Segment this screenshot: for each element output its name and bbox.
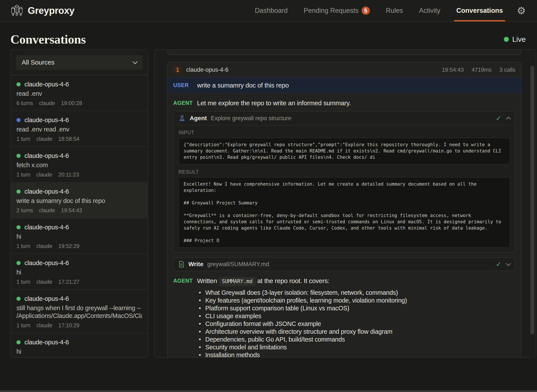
- conversation-detail-panel: 1 claude-opus-4-6 19:54:43 4719ms 3 call…: [154, 49, 536, 358]
- page-title: Conversations: [10, 32, 86, 47]
- conversation-time: 19:00:28: [61, 100, 82, 106]
- collapse-chevron-up-icon[interactable]: [506, 117, 511, 122]
- nav-tab-activity[interactable]: Activity: [419, 0, 440, 21]
- agent-summary-text: Written SUMMARY.md at the repo root. It …: [197, 277, 407, 286]
- source-filter-select[interactable]: All Sources: [16, 55, 143, 70]
- user-message-row: USER write a sumamry doc of this repo: [168, 78, 521, 93]
- conversation-time: 18:58:54: [58, 136, 79, 142]
- success-check-icon: ✓: [496, 261, 501, 268]
- conversation-source: claude: [36, 136, 52, 142]
- conversation-summary: read .env: [16, 90, 142, 98]
- summary-bullet: Dependencies, public Go API, build/test …: [197, 336, 407, 343]
- tool-result-code: Excellent! Now I have comprehensive info…: [178, 177, 510, 248]
- success-check-icon: ✓: [496, 115, 501, 122]
- conversation-model: claude-opus-4-6: [24, 81, 69, 88]
- conversation-list-item[interactable]: claude-opus-4-6 hi 1 turn claude 19:52:2…: [11, 218, 148, 254]
- settings-gear-icon[interactable]: ⚙: [517, 5, 526, 16]
- status-dot-icon: [16, 154, 21, 158]
- nav-tab-label: Conversations: [456, 7, 503, 14]
- conversation-model: claude-opus-4-6: [24, 295, 69, 302]
- nav-tab-rules[interactable]: Rules: [386, 0, 403, 21]
- agent-tool-header[interactable]: Agent Explore greywall repo structure ✓: [174, 112, 515, 125]
- nav-tab-dashboard[interactable]: Dashboard: [255, 0, 288, 21]
- source-filter-wrap: All Sources: [11, 50, 148, 75]
- greyproxy-logo-icon: [10, 4, 23, 18]
- conversation-list-item[interactable]: claude-opus-4-6 hi 1 turn claude 17:21:2…: [11, 254, 148, 289]
- summary-bullet: Security model and limitations: [197, 343, 407, 351]
- summary-bullet: Configuration format with JSONC example: [197, 320, 407, 328]
- tool-status: ✓: [496, 115, 510, 122]
- agent-summary-suffix: at the repo root. It covers:: [255, 277, 329, 284]
- conversation-model: claude-opus-4-6: [24, 224, 69, 231]
- conversation-list-item[interactable]: claude-opus-4-6 read .env read .env 1 tu…: [11, 111, 148, 146]
- conversation-summary: still hangs when I first do greywall --l…: [16, 304, 142, 320]
- status-dot-icon: [16, 340, 21, 344]
- vertical-scrollbar-thumb[interactable]: [531, 66, 534, 334]
- conversation-turns: 1 turn: [16, 243, 30, 249]
- agent-person-icon: [178, 115, 186, 122]
- nav-tab-label: Activity: [419, 7, 440, 14]
- agent-message-text: Let me explore the repo to write an info…: [197, 99, 351, 107]
- conversation-source: claude: [39, 207, 55, 214]
- source-filter-value: All Sources: [22, 59, 55, 66]
- conversation-meta: 1 turn claude 17:10:29: [16, 322, 142, 329]
- nav-tab-conversations[interactable]: Conversations: [456, 0, 503, 21]
- agent-role-label: AGENT: [173, 99, 197, 107]
- user-role-label: USER: [173, 82, 197, 88]
- status-dot-icon: [16, 82, 21, 86]
- conversation-meta: 1 turn claude 20:11:23: [16, 172, 142, 178]
- summary-bullet: Platform support comparison table (Linux…: [197, 304, 407, 312]
- live-status-label: Live: [512, 35, 526, 43]
- tool-input-code: {"description":"Explore greywall repo st…: [178, 138, 510, 164]
- turn-time: 19:54:43: [442, 66, 464, 73]
- conversation-list-item-selected[interactable]: claude-opus-4-6 write a sumamry doc of t…: [11, 182, 148, 218]
- summary-bullet: CLI usage examples: [197, 312, 407, 320]
- agent-role-label: AGENT: [173, 277, 197, 358]
- write-tool-call-card[interactable]: Write greywall/SUMMARY.md ✓: [173, 257, 515, 271]
- document-icon: [178, 261, 185, 268]
- user-message-text: write a sumamry doc of this repo: [197, 81, 289, 89]
- live-status: Live: [504, 35, 526, 43]
- conversation-meta: 1 turn claude 17:21:27: [16, 279, 142, 285]
- turn-card: 1 claude-opus-4-6 19:54:43 4719ms 3 call…: [167, 62, 521, 358]
- conversation-summary: hi: [16, 348, 142, 355]
- agent-message-row: AGENT Let me explore the repo to write a…: [168, 93, 521, 107]
- expand-chevron-down-icon[interactable]: [506, 261, 511, 266]
- conversation-list-item[interactable]: claude-opus-4-6 still hangs when I first…: [11, 289, 148, 333]
- inline-code-chip: SUMMARY.md: [219, 277, 255, 286]
- window-bottom-edge: [0, 390, 537, 392]
- tool-body: INPUT {"description":"Explore greywall r…: [174, 125, 515, 252]
- conversation-turns: 6 turns: [16, 100, 33, 106]
- page-header: Conversations Live: [0, 22, 537, 49]
- turn-meta: 19:54:43 4719ms 3 calls: [442, 66, 515, 73]
- brand: Greyproxy: [10, 4, 74, 18]
- previous-turn-card-partial: [167, 50, 521, 55]
- conversation-list-item[interactable]: claude-opus-4-6 read .env 6 turns claude…: [11, 75, 148, 111]
- conversation-summary: read .env read .env: [16, 125, 142, 133]
- nav-tab-pending-requests[interactable]: Pending Requests 5: [304, 0, 370, 21]
- nav-tab-label: Rules: [386, 7, 403, 14]
- conversation-meta: 1 turn claude 18:58:54: [16, 136, 142, 142]
- conversation-time: 19:52:29: [58, 243, 79, 249]
- conversation-turns: 1 turn: [16, 279, 30, 285]
- summary-bullet: Installation methods: [197, 351, 407, 358]
- conversation-list-item[interactable]: claude-opus-4-6 fetch x.com 1 turn claud…: [11, 146, 148, 182]
- conversation-time: 19:54:43: [61, 207, 82, 214]
- nav-tab-label: Dashboard: [255, 7, 288, 14]
- turn-duration: 4719ms: [472, 66, 492, 73]
- conversation-turns: 1 turn: [16, 136, 30, 142]
- conversation-source: claude: [36, 279, 52, 285]
- conversation-sidebar: All Sources claude-opus-4-6 read .env 6 …: [10, 49, 148, 358]
- tool-description: Explore greywall repo structure: [211, 115, 291, 122]
- status-dot-icon: [16, 297, 21, 301]
- tool-name: Agent: [190, 115, 207, 122]
- conversation-meta: 1 turn claude 19:52:29: [16, 243, 142, 249]
- conversation-model: claude-opus-4-6: [24, 152, 69, 159]
- conversation-list-item[interactable]: claude-opus-4-6 hi 1 turn claude 20:21:4…: [11, 333, 148, 358]
- conversation-summary: write a sumamry doc of this repo: [16, 197, 142, 205]
- conversation-summary: hi: [16, 233, 142, 240]
- summary-bullet: What Greywall does (3-layer isolation: f…: [197, 289, 407, 296]
- conversation-meta: 6 turns claude 19:00:28: [16, 100, 142, 106]
- pending-requests-badge: 5: [362, 6, 370, 15]
- live-status-dot-icon: [504, 37, 509, 42]
